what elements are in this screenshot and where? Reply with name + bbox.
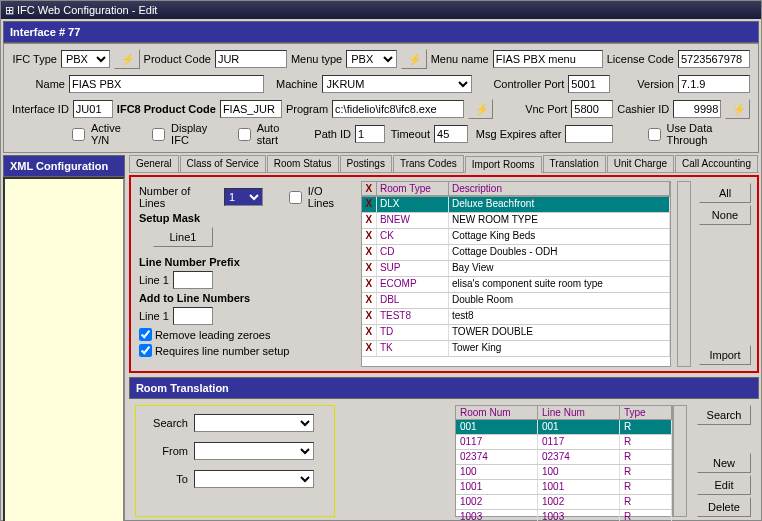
room-type-row[interactable]: XCKCottage King Beds xyxy=(362,229,670,245)
machine-select[interactable]: JKRUM xyxy=(322,75,472,93)
version-input[interactable] xyxy=(678,75,750,93)
name-input[interactable] xyxy=(69,75,264,93)
ifc-type-select[interactable]: PBX xyxy=(61,50,110,68)
type-header[interactable]: Type xyxy=(620,406,672,419)
menu-name-input[interactable] xyxy=(493,50,603,68)
tab-room-status[interactable]: Room Status xyxy=(267,155,339,172)
tab-unit-charge[interactable]: Unit Charge xyxy=(607,155,674,172)
search-select[interactable] xyxy=(194,414,314,432)
none-button[interactable]: None xyxy=(699,205,751,225)
translation-scrollbar[interactable] xyxy=(673,405,687,517)
tab-class-of-service[interactable]: Class of Service xyxy=(180,155,266,172)
tab-translation[interactable]: Translation xyxy=(543,155,606,172)
prefix-line1-input[interactable] xyxy=(173,271,213,289)
import-button[interactable]: Import xyxy=(699,345,751,365)
all-button[interactable]: All xyxy=(699,183,751,203)
room-translation-header: Room Translation xyxy=(129,377,759,399)
timeout-input[interactable] xyxy=(434,125,468,143)
num-lines-select[interactable]: 1 xyxy=(224,188,263,206)
program-flash-button[interactable]: ⚡ xyxy=(468,99,493,119)
grid-type-header[interactable]: Room Type xyxy=(377,182,449,195)
x-cell[interactable]: X xyxy=(362,293,377,308)
menu-type-flash-button[interactable]: ⚡ xyxy=(401,49,426,69)
x-cell[interactable]: X xyxy=(362,197,377,212)
tab-trans-codes[interactable]: Trans Codes xyxy=(393,155,464,172)
cashier-id-input[interactable] xyxy=(673,100,721,118)
add-line1-input[interactable] xyxy=(173,307,213,325)
new-button[interactable]: New xyxy=(697,453,751,473)
from-select[interactable] xyxy=(194,442,314,460)
translation-grid: Room Num Line Num Type 001001R01170117R0… xyxy=(455,405,673,517)
room-type-row[interactable]: XTDTOWER DOUBLE xyxy=(362,325,670,341)
translation-row[interactable]: 0237402374R xyxy=(456,450,672,465)
requires-setup-checkbox[interactable] xyxy=(139,344,152,357)
x-cell[interactable]: X xyxy=(362,245,377,260)
room-type-row[interactable]: XSUPBay View xyxy=(362,261,670,277)
grid-desc-header[interactable]: Description xyxy=(449,182,670,195)
translation-row[interactable]: 001001R xyxy=(456,420,672,435)
room-type-row[interactable]: XTEST8test8 xyxy=(362,309,670,325)
room-num-header[interactable]: Room Num xyxy=(456,406,538,419)
x-cell[interactable]: X xyxy=(362,277,377,292)
display-ifc-checkbox[interactable] xyxy=(152,128,165,141)
x-cell[interactable]: X xyxy=(362,261,377,276)
controller-port-label: Controller Port xyxy=(476,78,565,90)
requires-setup-label: Requires line number setup xyxy=(155,345,290,357)
license-code-input[interactable] xyxy=(678,50,750,68)
x-cell[interactable]: X xyxy=(362,325,377,340)
window-title: IFC Web Configuration - Edit xyxy=(17,4,157,16)
io-lines-checkbox[interactable] xyxy=(289,191,302,204)
translation-row[interactable]: 10021002R xyxy=(456,495,672,510)
path-id-input[interactable] xyxy=(355,125,385,143)
use-data-through-checkbox[interactable] xyxy=(648,128,661,141)
room-type-row[interactable]: XDBLDouble Room xyxy=(362,293,670,309)
type-cell: R xyxy=(620,450,672,464)
x-cell[interactable]: X xyxy=(362,229,377,244)
line-num-cell: 001 xyxy=(538,420,620,434)
auto-start-checkbox[interactable] xyxy=(238,128,251,141)
tab-general[interactable]: General xyxy=(129,155,179,172)
search-button[interactable]: Search xyxy=(697,405,751,425)
room-type-scrollbar[interactable] xyxy=(677,181,691,367)
interface-id-input[interactable] xyxy=(73,100,113,118)
cashier-flash-button[interactable]: ⚡ xyxy=(725,99,750,119)
ifc-type-flash-button[interactable]: ⚡ xyxy=(114,49,139,69)
remove-zeroes-checkbox[interactable] xyxy=(139,328,152,341)
msg-expires-input[interactable] xyxy=(565,125,613,143)
to-select[interactable] xyxy=(194,470,314,488)
tab-postings[interactable]: Postings xyxy=(340,155,392,172)
room-num-cell: 001 xyxy=(456,420,538,434)
xml-tree[interactable] xyxy=(3,177,125,521)
type-cell: CD xyxy=(377,245,449,260)
ifc8-product-input[interactable] xyxy=(220,100,282,118)
line-num-cell: 0117 xyxy=(538,435,620,449)
delete-button[interactable]: Delete xyxy=(697,497,751,517)
x-cell[interactable]: X xyxy=(362,213,377,228)
type-cell: TK xyxy=(377,341,449,356)
room-type-row[interactable]: XTKTower King xyxy=(362,341,670,357)
edit-button[interactable]: Edit xyxy=(697,475,751,495)
menu-type-select[interactable]: PBX xyxy=(346,50,397,68)
room-type-row[interactable]: XBNEWNEW ROOM TYPE xyxy=(362,213,670,229)
tab-import-rooms[interactable]: Import Rooms xyxy=(465,156,542,173)
translation-row[interactable]: 10031003R xyxy=(456,510,672,521)
translation-row[interactable]: 10011001R xyxy=(456,480,672,495)
controller-port-input[interactable] xyxy=(568,75,610,93)
room-type-row[interactable]: XCDCottage Doubles - ODH xyxy=(362,245,670,261)
x-cell[interactable]: X xyxy=(362,309,377,324)
translation-row[interactable]: 01170117R xyxy=(456,435,672,450)
room-type-row[interactable]: XDLXDeluxe Beachfront xyxy=(362,197,670,213)
product-code-input[interactable] xyxy=(215,50,287,68)
room-type-row[interactable]: XECOMPelisa's component suite room type xyxy=(362,277,670,293)
program-input[interactable] xyxy=(332,100,464,118)
translation-row[interactable]: 100100R xyxy=(456,465,672,480)
x-cell[interactable]: X xyxy=(362,341,377,356)
grid-x-header[interactable]: X xyxy=(362,182,377,195)
active-yn-checkbox[interactable] xyxy=(72,128,85,141)
line1-button[interactable]: Line1 xyxy=(153,227,213,247)
vnc-port-input[interactable] xyxy=(571,100,613,118)
line-num-header[interactable]: Line Num xyxy=(538,406,620,419)
type-cell: BNEW xyxy=(377,213,449,228)
tab-call-accounting[interactable]: Call Accounting xyxy=(675,155,758,172)
room-num-cell: 100 xyxy=(456,465,538,479)
